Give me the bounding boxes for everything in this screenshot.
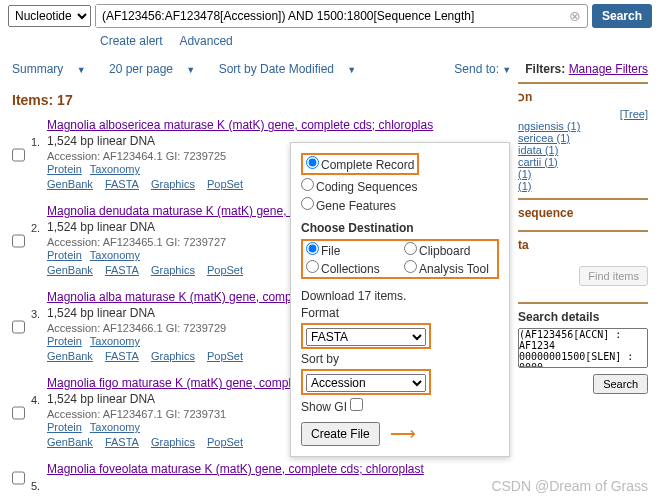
taxon-link[interactable]: (1) [518, 180, 648, 192]
format-label: Format [301, 306, 499, 320]
graphics-link[interactable]: Graphics [151, 178, 195, 190]
result-number: 1. [31, 136, 47, 190]
complete-record-label: Complete Record [321, 158, 414, 172]
coding-seq-label: Coding Sequences [316, 180, 417, 194]
search-box: ⊗ [95, 4, 588, 28]
popset-link[interactable]: PopSet [207, 350, 243, 362]
graphics-link[interactable]: Graphics [151, 350, 195, 362]
file-radio[interactable] [306, 242, 319, 255]
taxon-link[interactable]: idata (1) [518, 144, 648, 156]
genbank-link[interactable]: GenBank [47, 264, 93, 276]
choose-destination-label: Choose Destination [301, 221, 499, 235]
graphics-link[interactable]: Graphics [151, 436, 195, 448]
filters-label: Filters: [525, 62, 565, 76]
genbank-link[interactable]: GenBank [47, 350, 93, 362]
taxon-link[interactable]: sericea (1) [518, 132, 648, 144]
fasta-link[interactable]: FASTA [105, 436, 139, 448]
file-label: File [321, 244, 340, 258]
taxon-link[interactable]: ngsiensis (1) [518, 120, 648, 132]
result-checkbox[interactable] [12, 206, 25, 276]
result-number: 2. [31, 222, 47, 276]
side-header-ta: ta [518, 238, 648, 252]
showgi-label: Show GI [301, 400, 347, 414]
search-details-header: Search details [518, 310, 648, 324]
result-checkbox[interactable] [12, 120, 25, 190]
popset-link[interactable]: PopSet [207, 264, 243, 276]
find-items-button[interactable]: Find items [579, 266, 648, 286]
popset-link[interactable]: PopSet [207, 178, 243, 190]
clipboard-radio[interactable] [404, 242, 417, 255]
taxonomy-link[interactable]: Taxonomy [90, 335, 140, 347]
analysis-label: Analysis Tool [419, 262, 489, 276]
complete-record-radio[interactable] [306, 156, 319, 169]
protein-link[interactable]: Protein [47, 421, 82, 433]
graphics-link[interactable]: Graphics [151, 264, 195, 276]
items-count: Items: 17 [12, 92, 508, 108]
summary-dropdown[interactable]: Summary ▼ [12, 62, 96, 76]
collections-label: Collections [321, 262, 380, 276]
clear-icon[interactable]: ⊗ [563, 8, 587, 24]
advanced-link[interactable]: Advanced [179, 34, 232, 48]
taxonomy-link[interactable]: Taxonomy [90, 249, 140, 261]
taxon-link[interactable]: cartii (1) [518, 156, 648, 168]
protein-link[interactable]: Protein [47, 163, 82, 175]
tree-link[interactable]: [Tree] [518, 108, 648, 120]
search-details-button[interactable]: Search [593, 374, 648, 394]
create-file-button[interactable]: Create File [301, 422, 380, 446]
gene-features-label: Gene Features [316, 199, 396, 213]
showgi-checkbox[interactable] [350, 398, 363, 411]
search-details-text[interactable]: (AF123456[ACCN] : AF1234 00000001500[SLE… [518, 328, 648, 368]
fasta-link[interactable]: FASTA [105, 178, 139, 190]
arrow-icon: ⟶ [390, 423, 416, 445]
result-title[interactable]: Magnolia albosericea maturase K (matK) g… [47, 118, 433, 132]
sort-dropdown[interactable]: Sort by Date Modified ▼ [219, 62, 367, 76]
result-number: 3. [31, 308, 47, 362]
result-checkbox[interactable] [12, 464, 25, 492]
result-checkbox[interactable] [12, 378, 25, 448]
protein-link[interactable]: Protein [47, 335, 82, 347]
genbank-link[interactable]: GenBank [47, 436, 93, 448]
create-alert-link[interactable]: Create alert [100, 34, 163, 48]
result-title[interactable]: Magnolia foveolata maturase K (matK) gen… [47, 462, 424, 476]
gene-features-radio[interactable] [301, 197, 314, 210]
fasta-link[interactable]: FASTA [105, 264, 139, 276]
analysis-radio[interactable] [404, 260, 417, 273]
perpage-dropdown[interactable]: 20 per page ▼ [109, 62, 205, 76]
popset-link[interactable]: PopSet [207, 436, 243, 448]
clipboard-label: Clipboard [419, 244, 470, 258]
collections-radio[interactable] [306, 260, 319, 273]
manage-filters-link[interactable]: Manage Filters [569, 62, 648, 76]
sendto-dropdown[interactable]: Send to: ▼ [454, 62, 511, 76]
side-header-seq: sequence [518, 206, 648, 220]
search-input[interactable] [96, 5, 563, 27]
taxonomy-link[interactable]: Taxonomy [90, 421, 140, 433]
search-button[interactable]: Search [592, 4, 652, 28]
genbank-link[interactable]: GenBank [47, 178, 93, 190]
database-select[interactable]: Nucleotide [8, 5, 91, 27]
result-number: 5. [31, 480, 47, 492]
format-select[interactable]: FASTA [306, 328, 426, 346]
result-checkbox[interactable] [12, 292, 25, 362]
side-header-on: ɔn [518, 90, 648, 104]
sortby-select[interactable]: Accession [306, 374, 426, 392]
fasta-link[interactable]: FASTA [105, 350, 139, 362]
coding-seq-radio[interactable] [301, 178, 314, 191]
watermark: CSDN @Dream of Grass [491, 478, 648, 494]
taxonomy-link[interactable]: Taxonomy [90, 163, 140, 175]
download-count: Download 17 items. [301, 289, 499, 303]
protein-link[interactable]: Protein [47, 249, 82, 261]
sendto-popup: Complete Record Coding Sequences Gene Fe… [290, 142, 510, 457]
taxon-link[interactable]: (1) [518, 168, 648, 180]
result-number: 4. [31, 394, 47, 448]
sortby-label: Sort by [301, 352, 499, 366]
